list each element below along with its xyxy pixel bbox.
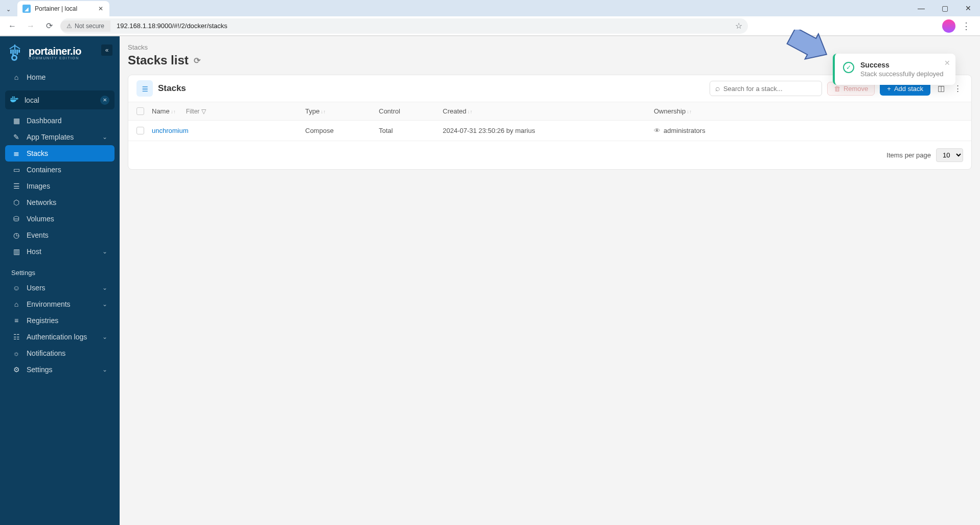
table-header: Name↓↑ Filter ▽ Type↓↑ Control Created↓↑…: [128, 102, 971, 121]
profile-avatar[interactable]: [942, 19, 955, 33]
sidebar-item-label: Images: [27, 182, 50, 190]
portainer-logo-icon: [8, 43, 24, 62]
chevron-down-icon: ⌄: [102, 333, 107, 340]
svg-rect-10: [11, 98, 12, 99]
svg-rect-15: [15, 98, 16, 99]
sidebar-item-label: Registries: [27, 316, 58, 325]
toast-message: Stack successfully deployed: [860, 70, 944, 78]
table-menu-button[interactable]: ⋮: [952, 84, 963, 93]
sidebar-item-label: Stacks: [27, 149, 48, 157]
forward-button[interactable]: →: [24, 19, 38, 33]
sidebar-item-auth-logs[interactable]: ☷ Authentication logs ⌄: [5, 329, 115, 345]
browser-toolbar: ← → ⟳ ⚠ Not secure 192.168.1.18:9000/#!/…: [0, 16, 980, 36]
column-control-header[interactable]: Control: [379, 107, 400, 115]
tab-favicon-icon: ◢: [22, 5, 31, 13]
security-chip[interactable]: ⚠ Not secure: [60, 20, 110, 32]
svg-rect-13: [12, 97, 13, 98]
stacks-panel-icon: ≣: [136, 80, 153, 97]
sidebar-item-host[interactable]: ▥ Host ⌄: [5, 243, 115, 260]
collapse-sidebar-button[interactable]: «: [101, 44, 112, 56]
sidebar-item-dashboard[interactable]: ▦ Dashboard: [5, 112, 115, 129]
svg-rect-3: [10, 50, 12, 54]
search-input[interactable]: [723, 85, 816, 93]
stack-type: Compose: [305, 127, 334, 134]
svg-point-9: [13, 56, 16, 59]
networks-icon: ⬡: [12, 198, 20, 207]
toast-close-button[interactable]: ✕: [944, 59, 950, 67]
sidebar-item-label: Networks: [27, 198, 56, 207]
sidebar-item-notifications[interactable]: ☼ Notifications: [5, 345, 115, 361]
close-window-button[interactable]: ✕: [956, 0, 980, 16]
column-ownership-header[interactable]: Ownership↓↑: [654, 107, 692, 115]
browser-menu-button[interactable]: ⋮: [962, 20, 971, 32]
dashboard-icon: ▦: [12, 117, 20, 125]
sidebar-item-label: Notifications: [27, 349, 65, 357]
tab-search-button[interactable]: ⌄: [1, 2, 15, 16]
search-box[interactable]: ⌕: [710, 81, 822, 96]
environment-label: local: [25, 96, 39, 104]
sidebar-item-volumes[interactable]: ⛁ Volumes: [5, 211, 115, 227]
svg-rect-12: [14, 98, 15, 99]
sidebar-item-app-templates[interactable]: ✎ App Templates ⌄: [5, 129, 115, 145]
svg-rect-14: [14, 97, 15, 98]
environment-selector[interactable]: local ✕: [5, 90, 115, 109]
main-content: Stacks Stacks list ⟳ ≣ Stacks ⌕ 🗑 Remove: [120, 36, 980, 525]
stacks-icon: ≣: [12, 149, 20, 157]
minimize-button[interactable]: ―: [909, 0, 933, 16]
items-per-page-select[interactable]: 10: [936, 148, 963, 162]
brand-name: portainer.io: [29, 45, 81, 57]
sidebar-item-users[interactable]: ☺ Users ⌄: [5, 280, 115, 296]
sidebar-item-images[interactable]: ☰ Images: [5, 178, 115, 194]
sidebar-item-home[interactable]: ⌂ Home: [5, 69, 115, 85]
stack-name-link[interactable]: unchromium: [152, 127, 189, 134]
sidebar-item-settings[interactable]: ⚙ Settings ⌄: [5, 361, 115, 378]
sidebar-item-containers[interactable]: ▭ Containers: [5, 162, 115, 178]
column-type-header[interactable]: Type↓↑: [305, 107, 326, 115]
plus-icon: +: [887, 85, 891, 93]
users-icon: ☺: [12, 284, 20, 292]
volumes-icon: ⛁: [12, 215, 20, 223]
browser-tab[interactable]: ◢ Portainer | local ✕: [17, 1, 109, 16]
window-controls: ― ▢ ✕: [909, 0, 980, 16]
chevron-down-icon: ⌄: [102, 301, 107, 308]
address-bar[interactable]: ⚠ Not secure 192.168.1.18:9000/#!/2/dock…: [60, 18, 748, 34]
ownership-icon: 👁: [654, 127, 660, 134]
gear-icon: ⚙: [12, 366, 20, 374]
stack-ownership: administrators: [664, 127, 705, 134]
search-icon: ⌕: [715, 84, 720, 93]
column-name-header[interactable]: Name↓↑: [152, 107, 176, 115]
add-label: Add stack: [894, 85, 923, 93]
stack-control: Total: [379, 127, 393, 134]
panel-title: Stacks: [158, 83, 186, 94]
sidebar-item-stacks[interactable]: ≣ Stacks: [5, 145, 115, 162]
close-tab-button[interactable]: ✕: [97, 5, 104, 12]
maximize-button[interactable]: ▢: [933, 0, 956, 16]
warning-icon: ⚠: [66, 22, 72, 30]
column-created-header[interactable]: Created↓↑: [443, 107, 472, 115]
chevron-down-icon: ⌄: [102, 133, 107, 141]
sidebar-item-events[interactable]: ◷ Events: [5, 227, 115, 243]
environment-close-button[interactable]: ✕: [100, 96, 109, 105]
row-checkbox[interactable]: [136, 127, 144, 134]
sidebar-logo: portainer.io COMMUNITY EDITION «: [0, 36, 120, 67]
sidebar-item-registries[interactable]: ≡ Registries: [5, 312, 115, 329]
refresh-button[interactable]: ⟳: [194, 56, 200, 65]
page-title: Stacks list: [128, 53, 189, 67]
notifications-icon: ☼: [12, 349, 20, 357]
reload-button[interactable]: ⟳: [42, 19, 56, 33]
url-text: 192.168.1.18:9000/#!/2/docker/stacks: [110, 22, 732, 30]
filter-button[interactable]: Filter ▽: [186, 108, 207, 115]
bookmark-button[interactable]: ☆: [732, 19, 746, 33]
sidebar-item-environments[interactable]: ⌂ Environments ⌄: [5, 296, 115, 312]
brand-subtitle: COMMUNITY EDITION: [29, 56, 81, 60]
sidebar-item-label: Environments: [27, 300, 71, 308]
select-all-checkbox[interactable]: [136, 107, 144, 115]
columns-toggle-button[interactable]: ◫: [936, 84, 947, 93]
svg-marker-2: [15, 45, 20, 49]
home-icon: ⌂: [12, 73, 20, 81]
docker-icon: [10, 95, 19, 105]
environments-icon: ⌂: [12, 300, 20, 308]
sidebar-item-networks[interactable]: ⬡ Networks: [5, 194, 115, 211]
back-button[interactable]: ←: [5, 19, 19, 33]
breadcrumb[interactable]: Stacks: [128, 43, 972, 51]
